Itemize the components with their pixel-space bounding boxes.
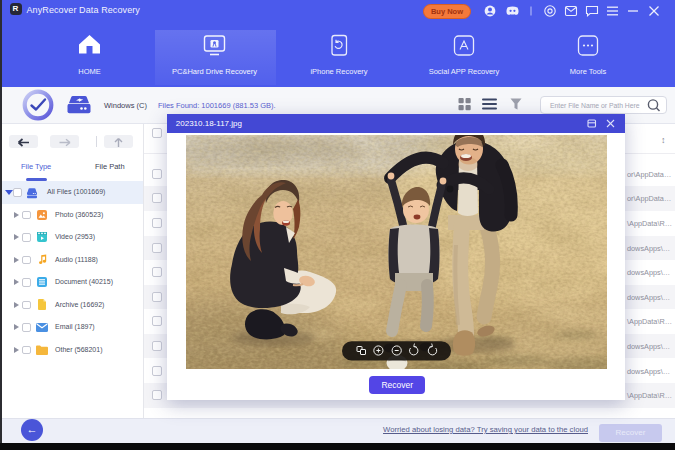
svg-text:Social APP Recovery: Social APP Recovery (429, 67, 500, 76)
svg-text:PC&Hard Drive Recovery: PC&Hard Drive Recovery (172, 67, 257, 76)
svg-text:More Tools: More Tools (570, 67, 607, 76)
svg-text:iPhone Recovery: iPhone Recovery (310, 67, 367, 76)
svg-text:HOME: HOME (78, 67, 101, 76)
